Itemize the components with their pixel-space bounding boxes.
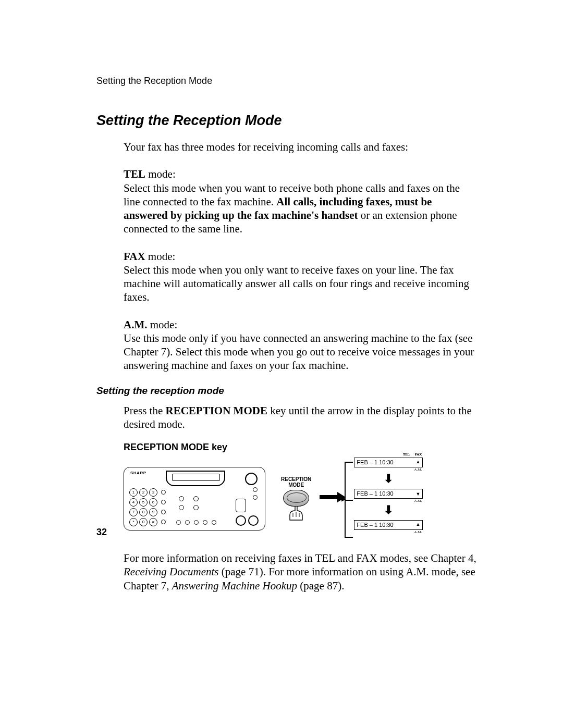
fax-brand-label: SHARP (130, 471, 146, 476)
keypad-key: 4 (129, 498, 138, 507)
pointer-up-icon: ▲ (415, 522, 420, 527)
fax-small-buttons-icon (253, 487, 258, 500)
reception-mode-button-icon (283, 490, 309, 507)
tiny-am-label: A.M. (354, 467, 423, 472)
down-arrow-icon: ⬇ (354, 474, 423, 484)
tel-mode-label: TEL (124, 168, 145, 180)
display-state: TEL FAX FEB – 1 10:30 ▼ A.M. (354, 489, 423, 504)
keypad-key: 2 (139, 488, 148, 497)
am-mode-body: Use this mode only if you have connected… (124, 332, 474, 372)
diagram: SHARP 1 2 3 4 5 6 7 8 9 (124, 458, 477, 540)
lcd-display-icon: FEB – 1 10:30 ▲ (354, 458, 423, 468)
keypad-key: 0 (139, 518, 148, 526)
display-text: FEB – 1 10:30 (357, 459, 393, 465)
press-button-label-line1: RECEPTION (281, 476, 311, 482)
keypad-key: 6 (149, 498, 157, 507)
am-mode-label: A.M. (124, 318, 148, 331)
manual-page: Setting the Reception Mode Setting the R… (0, 0, 563, 728)
display-state: TEL FAX FEB – 1 10:30 ▲ A.M. (354, 458, 423, 473)
display-tiny-labels: TEL FAX (403, 452, 422, 457)
fax-mode-suffix: mode: (145, 250, 176, 263)
pointer-up-icon: ▲ (415, 459, 420, 465)
closing-a: For more information on receiving faxes … (124, 552, 476, 564)
keypad-indicator-icon (161, 510, 166, 514)
keypad-key: 3 (149, 488, 157, 497)
press-text-bold: RECEPTION MODE (166, 404, 267, 417)
press-text-a: Press the (124, 404, 166, 417)
fax-panel-illustration: SHARP 1 2 3 4 5 6 7 8 9 (124, 467, 265, 530)
sub-heading: Setting the reception mode (96, 385, 477, 397)
keypad-key: 1 (129, 488, 138, 497)
lcd-display-icon: FEB – 1 10:30 ▼ (354, 489, 423, 499)
keypad-indicator-icon (161, 490, 166, 495)
diagram-section: RECEPTION MODE key SHARP 1 2 3 4 5 6 (124, 441, 477, 593)
display-text: FEB – 1 10:30 (357, 522, 393, 528)
press-button-label-line2: MODE (288, 482, 304, 488)
am-mode-suffix: mode: (148, 318, 178, 331)
fax-paper-slot-icon (236, 499, 246, 512)
fax-lcd-icon (166, 471, 225, 486)
fax-mode-label: FAX (124, 250, 145, 263)
sub-body: Press the RECEPTION MODE key until the a… (124, 404, 477, 431)
section-title: Setting the Reception Mode (96, 113, 477, 129)
display-state: TEL FAX FEB – 1 10:30 ▲ A.M. (354, 520, 423, 535)
tiny-tel-label: TEL (403, 452, 410, 457)
tel-mode-suffix: mode: (145, 168, 176, 180)
bracket-arrow-icon: ▶ (341, 495, 346, 502)
fax-keypad-icon: 1 2 3 4 5 6 7 8 9 * 0 # (129, 488, 164, 526)
tiny-fax-label: FAX (415, 452, 422, 457)
lcd-display-icon: FEB – 1 10:30 ▲ (354, 520, 423, 530)
diagram-label: RECEPTION MODE key (124, 441, 477, 453)
keypad-key: 5 (139, 498, 148, 507)
pointer-down-icon: ▼ (415, 491, 420, 497)
tel-mode-block: TEL mode: Select this mode when you want… (124, 167, 477, 236)
tiny-am-label: A.M. (354, 499, 423, 503)
keypad-key: * (129, 518, 138, 526)
down-arrow-icon: ⬇ (354, 505, 423, 515)
fax-bottom-row-icon (176, 520, 216, 525)
press-button-illustration: RECEPTION MODE (281, 476, 311, 521)
fax-big-button-icon (248, 515, 259, 526)
keypad-key: 7 (129, 508, 138, 516)
display-states: ▶ TEL FAX FEB – 1 10:30 ▲ A.M. ⬇ TEL (354, 458, 423, 540)
fax-mode-block: FAX mode: Select this mode when you only… (124, 250, 477, 304)
press-button-label: RECEPTION MODE (281, 476, 311, 488)
fax-midpad-icon (179, 496, 202, 510)
keypad-indicator-icon (161, 500, 166, 504)
press-finger-icon (286, 505, 307, 521)
page-number: 32 (96, 527, 107, 538)
keypad-key: 9 (149, 508, 157, 516)
closing-c: (page 87). (297, 579, 344, 592)
keypad-key: # (149, 518, 157, 526)
running-header: Setting the Reception Mode (96, 76, 477, 87)
closing-ref2: Answering Machine Hookup (172, 579, 297, 592)
keypad-indicator-icon (161, 520, 166, 524)
body-column: Your fax has three modes for receiving i… (124, 140, 477, 373)
closing-paragraph: For more information on receiving faxes … (124, 551, 477, 593)
fax-mode-body: Select this mode when you only want to r… (124, 264, 469, 304)
fax-big-button-icon (236, 515, 246, 526)
am-mode-block: A.M. mode: Use this mode only if you hav… (124, 318, 477, 373)
closing-ref1: Receiving Documents (124, 565, 219, 578)
display-text: FEB – 1 10:30 (357, 490, 393, 497)
keypad-key: 8 (139, 508, 148, 516)
intro-text: Your fax has three modes for receiving i… (124, 140, 477, 154)
fax-dial-icon (245, 473, 258, 485)
tiny-am-label: A.M. (354, 530, 423, 535)
